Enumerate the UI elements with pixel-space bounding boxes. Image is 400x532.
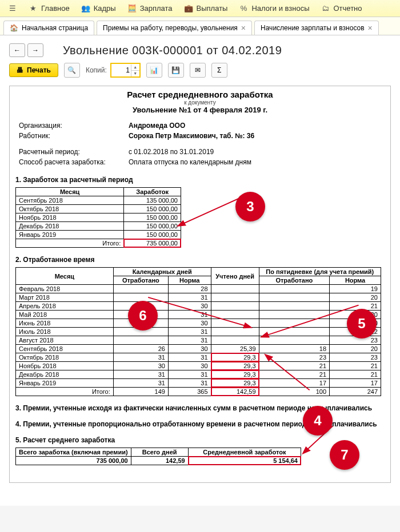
average-calc-table: Всего заработка (включая премии) Всего д…: [15, 448, 301, 465]
calc-icon: 🧮: [127, 4, 137, 13]
callout-4: 4: [303, 406, 333, 436]
nav-forward-button[interactable]: →: [27, 43, 43, 57]
copies-input-wrapper: ▲ ▼: [110, 63, 141, 78]
table-row: Октябрь 2018150 000,00: [16, 205, 181, 213]
menu-burger[interactable]: ☰: [2, 2, 23, 15]
table-row: Сентябрь 2018263025,391820: [16, 345, 381, 353]
wallet-icon: 💼: [184, 4, 193, 13]
tab-label: Начальная страница: [22, 24, 88, 32]
table-row: Март 20183120: [16, 293, 381, 302]
printer-icon: 🖶: [17, 66, 23, 74]
org-value: Андромеда ООО: [126, 121, 257, 130]
edit-button[interactable]: 📊: [146, 63, 162, 78]
copies-label: Копий:: [86, 66, 107, 74]
tab-label: Начисление зарплаты и взносов: [261, 24, 365, 32]
table-row: Февраль 20182819: [16, 285, 381, 293]
preview-icon: 🔍: [67, 66, 76, 74]
main-menu-bar: ☰ ★Главное 👥Кадры 🧮Зарплата 💼Выплаты %На…: [0, 0, 400, 17]
sum-button[interactable]: Σ: [211, 63, 227, 78]
table-row: Апрель 20183021: [16, 302, 381, 311]
table-row: Сентябрь 2018135 000,00: [16, 196, 181, 205]
menu-salary[interactable]: 🧮Зарплата: [122, 2, 178, 15]
email-button[interactable]: ✉: [190, 63, 206, 78]
average-daily-earnings: 5 154,64: [188, 457, 301, 465]
earnings-total: 735 000,00: [124, 239, 181, 248]
people-icon: 👥: [81, 4, 90, 13]
document-title: Увольнение 003К-000001 от 04.02.2019: [46, 44, 391, 57]
floppy-icon: 💾: [171, 66, 180, 74]
copies-down[interactable]: ▼: [131, 71, 139, 76]
print-button[interactable]: 🖶 Печать: [9, 63, 58, 77]
tab-payroll[interactable]: Начисление зарплаты и взносов ×: [254, 21, 379, 35]
callout-3: 3: [235, 192, 265, 221]
document-page: ← → Увольнение 003К-000001 от 04.02.2019…: [0, 35, 400, 506]
accounted-days-total: 142,59: [211, 388, 259, 396]
table-row: Ноябрь 2018303029,32121: [16, 362, 381, 370]
menu-payments[interactable]: 💼Выплаты: [178, 2, 234, 15]
save-button[interactable]: 💾: [168, 63, 184, 78]
menu-taxes[interactable]: %Налоги и взносы: [233, 2, 315, 15]
report-docref: Увольнение №1 от 4 февраля 2019 г.: [15, 106, 385, 114]
worked-time-table: Месяц Календарных дней Учтено дней По пя…: [15, 267, 381, 396]
table-row: Декабрь 2018150 000,00: [16, 222, 181, 231]
tab-bar: 🏠 Начальная страница Приемы на работу, п…: [0, 17, 400, 35]
table-row: Июнь 20183020: [16, 319, 381, 328]
table-edit-icon: 📊: [150, 66, 158, 74]
svg-line-0: [183, 198, 239, 224]
section5-title: 5. Расчет среднего заработка: [15, 436, 385, 444]
sigma-icon: Σ: [217, 66, 221, 74]
emp-value: Сорока Петр Максимович, таб. №: 36: [126, 131, 257, 140]
table-row: Июль 20183122: [16, 328, 381, 336]
toolbar: 🖶 Печать 🔍 Копий: ▲ ▼ 📊 💾 ✉ Σ: [9, 59, 391, 86]
menu-hr[interactable]: 👥Кадры: [75, 2, 122, 15]
table-row: Январь 2019150 000,00: [16, 231, 181, 239]
tab-hiring[interactable]: Приемы на работу, переводы, увольнения ×: [97, 21, 252, 35]
earnings-table: Месяц Заработок Сентябрь 2018135 000,00О…: [15, 187, 181, 248]
report-subtitle: к документу: [15, 99, 385, 106]
period-value: с 01.02.2018 по 31.01.2019: [126, 147, 257, 156]
callout-5: 5: [347, 309, 377, 338]
copies-up[interactable]: ▲: [131, 65, 139, 71]
home-icon: 🏠: [10, 24, 18, 32]
menu-icon: ☰: [8, 4, 17, 13]
report-area: 3 6 5 4 7 Расчет среднедневного заработк…: [9, 86, 391, 483]
envelope-icon: ✉: [195, 66, 201, 74]
table-row: Январь 2019313129,31717: [16, 379, 381, 388]
section1-title: 1. Заработок за расчетный период: [15, 176, 385, 184]
menu-reports[interactable]: 🗂Отчетно: [315, 2, 368, 15]
table-row: Май 20183120: [16, 311, 381, 319]
method-value: Оплата отпуска по календарным дням: [126, 158, 257, 167]
report-title: Расчет среднедневного заработка: [15, 90, 385, 99]
table-row: Ноябрь 2018150 000,00: [16, 213, 181, 222]
nav-back-button[interactable]: ←: [9, 43, 25, 57]
close-icon[interactable]: ×: [241, 25, 246, 31]
tab-label: Приемы на работу, переводы, увольнения: [103, 24, 238, 32]
menu-main[interactable]: ★Главное: [23, 2, 75, 15]
close-icon[interactable]: ×: [368, 25, 373, 31]
copies-input[interactable]: [111, 65, 131, 75]
percent-icon: %: [239, 4, 248, 13]
info-table: Организация:Андромеда ООО Работник:Сорок…: [15, 120, 258, 168]
table-row: Октябрь 2018313129,32323: [16, 353, 381, 362]
callout-7: 7: [330, 440, 359, 470]
table-row: Август 20183123: [16, 336, 381, 345]
report-icon: 🗂: [321, 4, 330, 13]
star-icon: ★: [29, 4, 38, 13]
section2-title: 2. Отработанное время: [15, 256, 385, 264]
table-row: Декабрь 2018313129,32121: [16, 370, 381, 379]
tab-home[interactable]: 🏠 Начальная страница: [3, 21, 94, 35]
callout-6: 6: [128, 301, 158, 331]
preview-button[interactable]: 🔍: [64, 63, 80, 78]
